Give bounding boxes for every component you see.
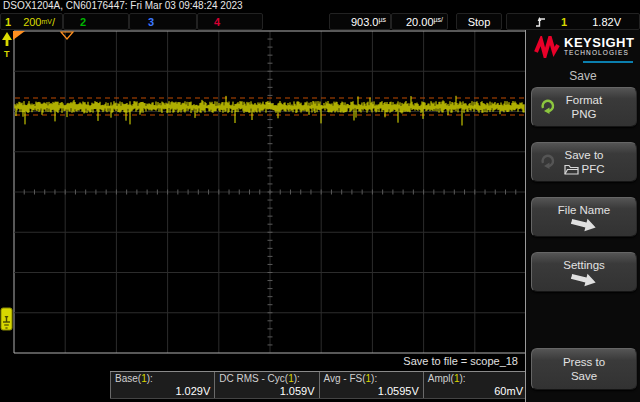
oscilloscope-screen: DSOX1204A, CN60176447: Fri Mar 03 09:48:… <box>0 0 640 402</box>
measurement-base[interactable]: Base(1): 1.029V <box>110 372 214 398</box>
measurement-ampl[interactable]: Ampl(1): 60mV <box>423 372 527 398</box>
folder-icon <box>564 164 579 175</box>
svg-text:T: T <box>4 49 10 59</box>
brand-subname: TECHNOLOGIES <box>564 49 634 57</box>
settings-softkey[interactable]: Settings <box>531 252 637 292</box>
submenu-arrow-icon <box>570 214 599 235</box>
menu-title: Save <box>526 69 640 83</box>
measurement-avg[interactable]: Avg - FS(1): 1.0595V <box>319 372 423 398</box>
file-name-softkey[interactable]: File Name <box>531 197 637 237</box>
format-softkey[interactable]: Format PNG <box>531 87 637 127</box>
channel-1-ground-marker[interactable] <box>1 308 12 330</box>
measurement-dcrms[interactable]: DC RMS - Cyc(1): 1.059V <box>214 372 318 398</box>
trigger-level-marker[interactable]: T <box>2 32 12 59</box>
press-to-save-softkey[interactable]: Press to Save <box>531 348 637 390</box>
measurement-bar: Base(1): 1.029V DC RMS - Cyc(1): 1.059V … <box>110 371 527 399</box>
time-reference-marker <box>61 32 73 39</box>
save-to-softkey[interactable]: Save to PFC <box>531 142 637 182</box>
trigger-time-marker[interactable] <box>13 31 25 40</box>
cycle-values-icon-disabled <box>539 152 557 173</box>
brand-accent-line <box>583 61 633 63</box>
cycle-values-icon <box>539 97 557 118</box>
softkey-menu: KEYSIGHT TECHNOLOGIES Save Format PNG <box>525 30 640 402</box>
keysight-logo: KEYSIGHT TECHNOLOGIES <box>526 30 640 63</box>
graticule <box>14 31 526 353</box>
submenu-arrow-icon <box>570 269 599 290</box>
brand-name: KEYSIGHT <box>564 36 634 49</box>
save-to-file-status: Save to file = scope_18 <box>0 355 524 367</box>
keysight-logo-icon <box>534 36 560 58</box>
